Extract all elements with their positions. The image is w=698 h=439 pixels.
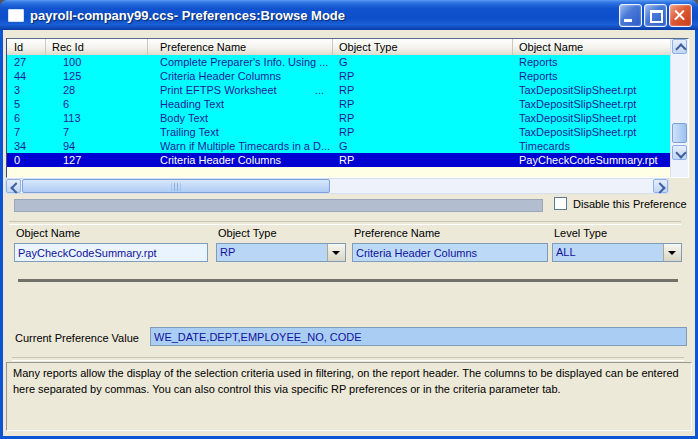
cell-object-type: RP	[333, 125, 513, 139]
preference-description: Many reports allow the display of the se…	[6, 362, 692, 431]
cell-preference-name: Body Text	[148, 111, 333, 125]
object-type-select[interactable]: RP	[216, 243, 346, 262]
table-row[interactable]: 0127Criteria Header ColumnsRPPayCheckCod…	[7, 153, 670, 167]
scroll-left-button[interactable]	[6, 179, 21, 193]
section-separator	[18, 279, 678, 282]
horizontal-scrollbar[interactable]	[5, 178, 669, 194]
object-type-label: Object Type	[218, 227, 277, 239]
cell-object-type: RP	[333, 153, 513, 167]
dropdown-arrow-icon	[332, 251, 340, 255]
chevron-up-icon	[675, 43, 686, 54]
table-row[interactable]: 3494Warn if Multiple Timecards in a D...…	[7, 139, 670, 153]
cell-id: 27	[7, 55, 46, 69]
cell-object-type: G	[333, 55, 513, 69]
object-type-value: RP	[217, 244, 327, 261]
cell-rec-id: 7	[46, 125, 148, 139]
object-name-label: Object Name	[16, 227, 80, 239]
column-header-id[interactable]: Id	[7, 39, 46, 55]
cell-object-name: TaxDepositSlipSheet.rpt	[513, 97, 670, 111]
table-row[interactable]: 56Heading TextRPTaxDepositSlipSheet.rpt	[7, 97, 670, 111]
cell-object-type: RP	[333, 83, 513, 97]
divider	[12, 357, 684, 361]
cell-preference-name: Print EFTPS Worksheet...	[148, 83, 333, 97]
cell-object-type: RP	[333, 69, 513, 83]
cell-id: 7	[7, 125, 46, 139]
cell-object-type: G	[333, 139, 513, 153]
title-bar[interactable]: payroll-company99.ccs- Preferences:Brows…	[0, 0, 698, 30]
cell-object-name: PayCheckCodeSummary.rpt	[513, 153, 670, 167]
cell-preference-name: Heading Text	[148, 97, 333, 111]
cell-preference-name: Warn if Multiple Timecards in a D...	[148, 139, 333, 153]
cell-preference-name: Trailing Text	[148, 125, 333, 139]
cell-id: 6	[7, 111, 46, 125]
cell-id: 5	[7, 97, 46, 111]
level-type-value: ALL	[553, 244, 663, 261]
table-row[interactable]: 44125Criteria Header ColumnsRPReports	[7, 69, 670, 83]
cell-rec-id: 94	[46, 139, 148, 153]
horizontal-scroll-thumb[interactable]	[22, 179, 330, 193]
preference-name-input[interactable]	[352, 243, 548, 262]
scroll-down-button[interactable]	[672, 145, 687, 160]
disabled-field-bar	[14, 199, 543, 212]
preference-name-label: Preference Name	[354, 227, 440, 239]
cell-id: 3	[7, 83, 46, 97]
chevron-right-icon	[654, 182, 665, 193]
cell-rec-id: 125	[46, 69, 148, 83]
scroll-up-button[interactable]	[672, 39, 687, 54]
table-row[interactable]: 77Trailing TextRPTaxDepositSlipSheet.rpt	[7, 125, 670, 139]
cell-rec-id: 113	[46, 111, 148, 125]
level-type-select[interactable]: ALL	[552, 243, 682, 262]
window-title: payroll-company99.ccs- Preferences:Brows…	[30, 8, 345, 23]
cell-object-name: Reports	[513, 55, 670, 69]
table-row[interactable]: 328Print EFTPS Worksheet...RPTaxDepositS…	[7, 83, 670, 97]
dropdown-button[interactable]	[327, 244, 345, 261]
thumb-grip	[172, 183, 181, 191]
table-body: 27100Complete Preparer's Info. Using ...…	[7, 55, 670, 177]
column-header-preference-name[interactable]: Preference Name	[148, 39, 333, 55]
cell-id: 0	[7, 153, 46, 167]
disable-preference-label: Disable this Preference	[573, 198, 687, 210]
column-header-object-name[interactable]: Object Name	[513, 39, 670, 55]
current-preference-value-input[interactable]	[150, 327, 687, 346]
vertical-scrollbar[interactable]	[670, 39, 688, 177]
app-icon	[8, 9, 24, 22]
divider	[9, 221, 681, 225]
scroll-right-button[interactable]	[653, 179, 668, 193]
close-button[interactable]	[669, 4, 692, 27]
maximize-icon	[650, 10, 663, 23]
cell-preference-name: Criteria Header Columns	[148, 153, 333, 167]
cell-object-type: RP	[333, 111, 513, 125]
cell-id: 44	[7, 69, 46, 83]
cell-id: 34	[7, 139, 46, 153]
app-window: payroll-company99.ccs- Preferences:Brows…	[0, 0, 698, 439]
current-preference-value-label: Current Preference Value	[15, 332, 139, 344]
cell-preference-name: Complete Preparer's Info. Using ...	[148, 55, 333, 69]
minimize-icon	[624, 19, 632, 22]
chevron-left-icon	[10, 182, 21, 193]
cell-object-name: Reports	[513, 69, 670, 83]
dropdown-arrow-icon	[668, 251, 676, 255]
minimize-button[interactable]	[619, 4, 642, 27]
cell-rec-id: 28	[46, 83, 148, 97]
chevron-down-icon	[675, 147, 686, 158]
dropdown-button[interactable]	[663, 244, 681, 261]
maximize-button[interactable]	[644, 4, 667, 27]
cell-object-name: TaxDepositSlipSheet.rpt	[513, 83, 670, 97]
level-type-label: Level Type	[554, 227, 607, 239]
cell-preference-name: Criteria Header Columns	[148, 69, 333, 83]
table-row[interactable]: 27100Complete Preparer's Info. Using ...…	[7, 55, 670, 69]
preferences-table: Id Rec Id Preference Name Object Type Ob…	[6, 38, 689, 178]
cell-rec-id: 6	[46, 97, 148, 111]
column-header-rec-id[interactable]: Rec Id	[46, 39, 148, 55]
table-row[interactable]: 6113Body TextRPTaxDepositSlipSheet.rpt	[7, 111, 670, 125]
disable-preference-checkbox[interactable]	[554, 197, 567, 210]
column-header-object-type[interactable]: Object Type	[333, 39, 513, 55]
table-header: Id Rec Id Preference Name Object Type Ob…	[7, 39, 670, 55]
cell-object-type: RP	[333, 97, 513, 111]
object-name-input[interactable]	[14, 243, 208, 262]
window-content: Id Rec Id Preference Name Object Type Ob…	[3, 30, 695, 436]
vertical-scroll-thumb[interactable]	[672, 123, 687, 143]
cell-object-name: Timecards	[513, 139, 670, 153]
cell-object-name: TaxDepositSlipSheet.rpt	[513, 111, 670, 125]
cell-rec-id: 127	[46, 153, 148, 167]
